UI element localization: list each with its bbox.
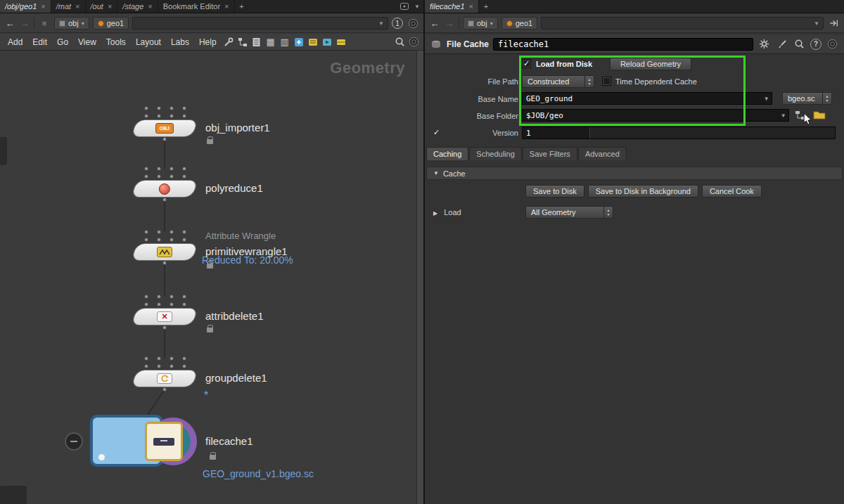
tab-save-filters[interactable]: Save Filters — [523, 147, 577, 160]
node-name-field[interactable]: filecache1 — [493, 38, 753, 51]
shelf-icon[interactable] — [335, 36, 347, 49]
base-name-input[interactable]: GEO_ground ▼ — [522, 92, 772, 105]
load-mode-dropdown[interactable]: All Geometry — [525, 206, 604, 219]
stepper-control[interactable]: ▲▼ — [585, 75, 594, 88]
tab-bookmark-editor[interactable]: Bookmark Editor × — [158, 0, 235, 13]
node-obj-importer1[interactable]: OBJ — [131, 119, 198, 137]
network-scrollbar[interactable] — [416, 51, 423, 504]
close-icon[interactable]: × — [469, 3, 473, 11]
menu-tools[interactable]: Tools — [101, 37, 131, 47]
chevron-down-icon[interactable]: ▼ — [781, 112, 785, 119]
edge-tab[interactable] — [0, 137, 7, 165]
tab-out[interactable]: /out × — [86, 0, 118, 13]
node-list-icon[interactable]: ≡ — [38, 19, 51, 27]
path-chip-obj[interactable]: obj ▾ — [463, 17, 498, 30]
snapshot-icon[interactable] — [826, 37, 839, 51]
tab-filecache1[interactable]: filecache1 × — [425, 0, 479, 13]
chevron-down-icon[interactable]: ▼ — [765, 96, 768, 102]
file-path-mode-dropdown[interactable]: Constructed — [522, 75, 585, 88]
network-canvas[interactable]: Geometry — [0, 51, 416, 504]
menu-go[interactable]: Go — [52, 37, 73, 47]
new-tab-button[interactable]: + — [235, 0, 249, 13]
panel-add-icon[interactable] — [293, 36, 305, 49]
forward-button[interactable]: → — [444, 18, 455, 29]
tab-label: /stage — [122, 2, 143, 11]
tab-obj-geo1[interactable]: /obj/geo1 × — [0, 0, 51, 13]
chevron-down-icon[interactable]: ▼ — [411, 0, 423, 13]
base-folder-input[interactable]: $JOB/geo ▼ — [522, 109, 789, 122]
pane-layout-icon[interactable] — [398, 0, 411, 13]
pin-icon[interactable] — [827, 18, 840, 28]
cache-buttons-row: Save to Disk Save to Disk in Background … — [525, 185, 762, 198]
parameter-pane: filecache1 × + ← → obj ▾ geo1 ▼ — [423, 0, 844, 504]
snapshot-icon[interactable] — [407, 18, 419, 29]
stepper-control[interactable]: ▲▼ — [604, 206, 613, 219]
close-icon[interactable]: × — [75, 3, 79, 11]
tab-caching[interactable]: Caching — [426, 147, 468, 160]
search-icon[interactable] — [393, 36, 406, 49]
close-icon[interactable]: × — [108, 3, 112, 11]
grid-view-icon[interactable]: ▦ — [264, 36, 277, 49]
menu-help[interactable]: Help — [194, 37, 222, 47]
menu-labs[interactable]: Labs — [166, 37, 194, 47]
stepper-control[interactable]: ▲▼ — [823, 92, 832, 105]
tab-scheduling[interactable]: Scheduling — [469, 147, 521, 160]
node-tree-icon[interactable] — [236, 36, 249, 49]
close-icon[interactable]: × — [148, 3, 152, 11]
sheet-icon[interactable] — [250, 36, 263, 49]
cancel-cook-button[interactable]: Cancel Cook — [702, 185, 762, 198]
menu-add[interactable]: Add — [3, 37, 27, 47]
close-icon[interactable]: × — [41, 3, 45, 11]
save-to-disk-background-button[interactable]: Save to Disk in Background — [588, 185, 698, 198]
close-icon[interactable]: × — [224, 3, 229, 11]
node-polyreduce1[interactable] — [131, 180, 198, 198]
reload-geometry-button[interactable]: Reload Geometry — [610, 58, 691, 70]
bypass-badge[interactable] — [65, 432, 83, 451]
snapshot-count-badge[interactable]: 1 — [392, 18, 403, 29]
version-input[interactable]: 1 — [522, 127, 836, 139]
tab-label: /obj/geo1 — [5, 2, 37, 11]
folder-icon[interactable] — [813, 110, 826, 122]
filecache-drawer-icon — [145, 422, 183, 461]
render-view-icon[interactable] — [321, 36, 333, 49]
menu-layout[interactable]: Layout — [131, 37, 166, 47]
search-icon[interactable] — [793, 37, 806, 51]
cache-section-header[interactable]: ▼ Cache — [426, 167, 843, 180]
groupdelete-icon — [157, 373, 172, 384]
tab-stage[interactable]: /stage × — [117, 0, 158, 13]
wrench-icon[interactable] — [222, 36, 235, 49]
tabbar-spacer — [249, 0, 399, 13]
back-button[interactable]: ← — [429, 18, 440, 29]
left-tabbar: /obj/geo1 × /mat × /out × /stage × Bookm… — [0, 0, 423, 13]
forward-button[interactable]: → — [19, 18, 30, 29]
node-type-label: Attribute Wrangle — [205, 231, 276, 241]
file-type-dropdown[interactable]: bgeo.sc — [782, 92, 823, 105]
path-chip-geo1[interactable]: geo1 — [93, 17, 129, 30]
tab-mat[interactable]: /mat × — [51, 0, 86, 13]
node-primitivewrangle1[interactable] — [131, 243, 198, 261]
help-icon[interactable]: ? — [810, 39, 821, 50]
path-chip-obj[interactable]: obj ▾ — [54, 17, 89, 30]
edge-tab-bottom[interactable] — [0, 486, 27, 504]
new-tab-button[interactable]: + — [479, 0, 493, 13]
list-view-icon[interactable]: ▥ — [279, 36, 291, 49]
path-chip-geo1[interactable]: geo1 — [501, 17, 537, 30]
node-attribdelete1[interactable]: ✕ — [131, 308, 198, 325]
save-to-disk-button[interactable]: Save to Disk — [525, 185, 584, 198]
parameter-path-field[interactable]: ▼ — [541, 17, 824, 30]
load-from-disk-checkbox[interactable]: ✓ — [522, 59, 531, 68]
tab-advanced[interactable]: Advanced — [578, 147, 627, 160]
notes-icon[interactable] — [307, 36, 319, 49]
menu-view[interactable]: View — [73, 37, 101, 47]
camera-icon[interactable] — [407, 36, 420, 49]
load-section-header[interactable]: ▶ Load — [433, 208, 461, 217]
version-slider[interactable] — [590, 127, 835, 138]
time-dependent-checkbox[interactable] — [602, 77, 611, 86]
path-root-label: obj — [68, 19, 79, 27]
brush-icon[interactable] — [775, 37, 788, 51]
gear-icon[interactable] — [757, 37, 771, 51]
network-path-field[interactable]: ▼ — [132, 17, 388, 30]
back-button[interactable]: ← — [4, 18, 15, 29]
node-groupdelete1[interactable] — [131, 370, 198, 387]
menu-edit[interactable]: Edit — [27, 37, 52, 47]
